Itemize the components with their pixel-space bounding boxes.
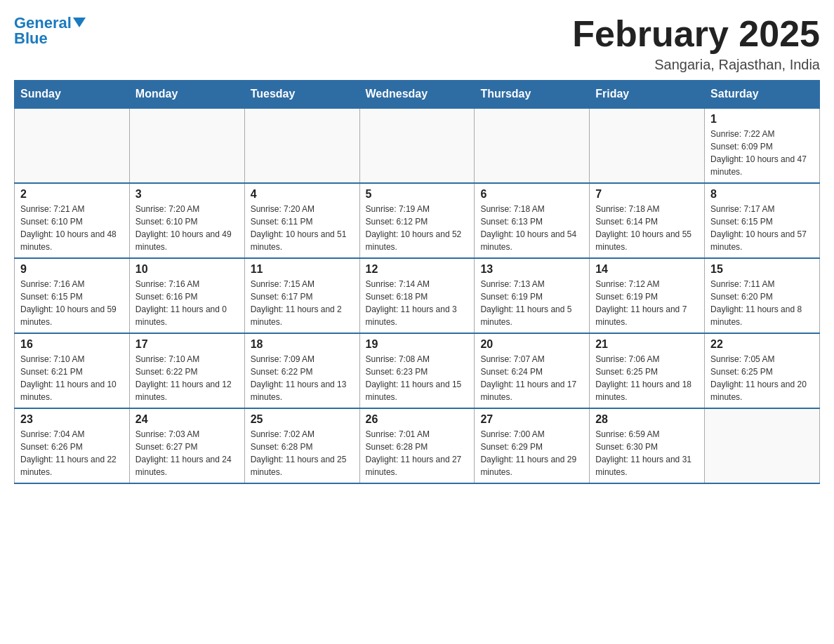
- day-info: Sunrise: 7:05 AMSunset: 6:25 PMDaylight:…: [710, 353, 814, 403]
- day-number: 24: [135, 413, 239, 426]
- location: Sangaria, Rajasthan, India: [572, 57, 820, 73]
- table-row: 15Sunrise: 7:11 AMSunset: 6:20 PMDayligh…: [705, 258, 820, 333]
- col-thursday: Thursday: [475, 81, 590, 109]
- calendar-row: 23Sunrise: 7:04 AMSunset: 6:26 PMDayligh…: [15, 408, 820, 483]
- table-row: [705, 408, 820, 483]
- table-row: 11Sunrise: 7:15 AMSunset: 6:17 PMDayligh…: [244, 258, 359, 333]
- day-number: 10: [135, 263, 239, 276]
- day-number: 13: [480, 263, 583, 276]
- day-info: Sunrise: 7:19 AMSunset: 6:12 PMDaylight:…: [366, 203, 469, 253]
- col-wednesday: Wednesday: [359, 81, 475, 109]
- table-row: 22Sunrise: 7:05 AMSunset: 6:25 PMDayligh…: [705, 333, 820, 408]
- day-info: Sunrise: 7:01 AMSunset: 6:28 PMDaylight:…: [366, 428, 469, 478]
- table-row: [15, 108, 130, 183]
- day-number: 2: [20, 188, 124, 201]
- col-monday: Monday: [129, 81, 244, 109]
- table-row: 25Sunrise: 7:02 AMSunset: 6:28 PMDayligh…: [244, 408, 359, 483]
- day-number: 28: [595, 413, 699, 426]
- day-number: 5: [366, 188, 469, 201]
- table-row: [475, 108, 590, 183]
- col-tuesday: Tuesday: [244, 81, 359, 109]
- day-number: 9: [20, 263, 124, 276]
- table-row: 8Sunrise: 7:17 AMSunset: 6:15 PMDaylight…: [705, 183, 820, 258]
- day-number: 12: [366, 263, 469, 276]
- table-row: 18Sunrise: 7:09 AMSunset: 6:22 PMDayligh…: [244, 333, 359, 408]
- table-row: 23Sunrise: 7:04 AMSunset: 6:26 PMDayligh…: [15, 408, 130, 483]
- day-number: 23: [20, 413, 124, 426]
- day-number: 20: [480, 338, 583, 351]
- day-number: 17: [135, 338, 239, 351]
- day-number: 18: [251, 338, 354, 351]
- page-header: General Blue February 2025 Sangaria, Raj…: [14, 14, 820, 73]
- day-info: Sunrise: 7:07 AMSunset: 6:24 PMDaylight:…: [480, 353, 583, 403]
- day-info: Sunrise: 7:14 AMSunset: 6:18 PMDaylight:…: [366, 278, 469, 328]
- table-row: 17Sunrise: 7:10 AMSunset: 6:22 PMDayligh…: [129, 333, 244, 408]
- calendar-row: 16Sunrise: 7:10 AMSunset: 6:21 PMDayligh…: [15, 333, 820, 408]
- table-row: 20Sunrise: 7:07 AMSunset: 6:24 PMDayligh…: [475, 333, 590, 408]
- calendar-row: 2Sunrise: 7:21 AMSunset: 6:10 PMDaylight…: [15, 183, 820, 258]
- calendar-table: Sunday Monday Tuesday Wednesday Thursday…: [14, 80, 820, 484]
- day-info: Sunrise: 7:10 AMSunset: 6:21 PMDaylight:…: [20, 353, 124, 403]
- table-row: 27Sunrise: 7:00 AMSunset: 6:29 PMDayligh…: [475, 408, 590, 483]
- day-info: Sunrise: 7:16 AMSunset: 6:15 PMDaylight:…: [20, 278, 124, 328]
- day-info: Sunrise: 7:09 AMSunset: 6:22 PMDaylight:…: [251, 353, 354, 403]
- day-info: Sunrise: 7:13 AMSunset: 6:19 PMDaylight:…: [480, 278, 583, 328]
- day-number: 26: [366, 413, 469, 426]
- table-row: [244, 108, 359, 183]
- table-row: 12Sunrise: 7:14 AMSunset: 6:18 PMDayligh…: [359, 258, 475, 333]
- day-number: 22: [710, 338, 814, 351]
- table-row: 16Sunrise: 7:10 AMSunset: 6:21 PMDayligh…: [15, 333, 130, 408]
- day-info: Sunrise: 7:08 AMSunset: 6:23 PMDaylight:…: [366, 353, 469, 403]
- col-saturday: Saturday: [705, 81, 820, 109]
- logo-triangle-icon: [73, 18, 86, 27]
- day-info: Sunrise: 7:11 AMSunset: 6:20 PMDaylight:…: [710, 278, 814, 328]
- day-info: Sunrise: 7:15 AMSunset: 6:17 PMDaylight:…: [251, 278, 354, 328]
- month-title: February 2025: [572, 14, 820, 54]
- table-row: 7Sunrise: 7:18 AMSunset: 6:14 PMDaylight…: [590, 183, 705, 258]
- day-info: Sunrise: 7:02 AMSunset: 6:28 PMDaylight:…: [251, 428, 354, 478]
- day-number: 16: [20, 338, 124, 351]
- day-info: Sunrise: 7:21 AMSunset: 6:10 PMDaylight:…: [20, 203, 124, 253]
- day-info: Sunrise: 7:18 AMSunset: 6:13 PMDaylight:…: [480, 203, 583, 253]
- day-number: 21: [595, 338, 699, 351]
- table-row: 1Sunrise: 7:22 AMSunset: 6:09 PMDaylight…: [705, 108, 820, 183]
- table-row: 28Sunrise: 6:59 AMSunset: 6:30 PMDayligh…: [590, 408, 705, 483]
- day-number: 3: [135, 188, 239, 201]
- day-info: Sunrise: 7:03 AMSunset: 6:27 PMDaylight:…: [135, 428, 239, 478]
- day-info: Sunrise: 7:22 AMSunset: 6:09 PMDaylight:…: [710, 128, 814, 178]
- day-number: 7: [595, 188, 699, 201]
- logo-blue: Blue: [14, 29, 48, 48]
- table-row: 14Sunrise: 7:12 AMSunset: 6:19 PMDayligh…: [590, 258, 705, 333]
- day-number: 11: [251, 263, 354, 276]
- logo: General Blue: [14, 14, 86, 48]
- day-info: Sunrise: 7:18 AMSunset: 6:14 PMDaylight:…: [595, 203, 699, 253]
- table-row: 13Sunrise: 7:13 AMSunset: 6:19 PMDayligh…: [475, 258, 590, 333]
- day-number: 1: [710, 113, 814, 126]
- table-row: 3Sunrise: 7:20 AMSunset: 6:10 PMDaylight…: [129, 183, 244, 258]
- day-info: Sunrise: 7:12 AMSunset: 6:19 PMDaylight:…: [595, 278, 699, 328]
- day-number: 27: [480, 413, 583, 426]
- day-number: 15: [710, 263, 814, 276]
- calendar-row: 9Sunrise: 7:16 AMSunset: 6:15 PMDaylight…: [15, 258, 820, 333]
- day-number: 14: [595, 263, 699, 276]
- table-row: 10Sunrise: 7:16 AMSunset: 6:16 PMDayligh…: [129, 258, 244, 333]
- day-info: Sunrise: 7:20 AMSunset: 6:10 PMDaylight:…: [135, 203, 239, 253]
- col-sunday: Sunday: [15, 81, 130, 109]
- day-info: Sunrise: 7:06 AMSunset: 6:25 PMDaylight:…: [595, 353, 699, 403]
- table-row: 21Sunrise: 7:06 AMSunset: 6:25 PMDayligh…: [590, 333, 705, 408]
- table-row: [129, 108, 244, 183]
- col-friday: Friday: [590, 81, 705, 109]
- table-row: 2Sunrise: 7:21 AMSunset: 6:10 PMDaylight…: [15, 183, 130, 258]
- calendar-header-row: Sunday Monday Tuesday Wednesday Thursday…: [15, 81, 820, 109]
- calendar-row: 1Sunrise: 7:22 AMSunset: 6:09 PMDaylight…: [15, 108, 820, 183]
- table-row: 5Sunrise: 7:19 AMSunset: 6:12 PMDaylight…: [359, 183, 475, 258]
- table-row: 26Sunrise: 7:01 AMSunset: 6:28 PMDayligh…: [359, 408, 475, 483]
- table-row: [590, 108, 705, 183]
- day-number: 19: [366, 338, 469, 351]
- day-number: 25: [251, 413, 354, 426]
- day-info: Sunrise: 7:10 AMSunset: 6:22 PMDaylight:…: [135, 353, 239, 403]
- table-row: 6Sunrise: 7:18 AMSunset: 6:13 PMDaylight…: [475, 183, 590, 258]
- table-row: 9Sunrise: 7:16 AMSunset: 6:15 PMDaylight…: [15, 258, 130, 333]
- day-info: Sunrise: 7:20 AMSunset: 6:11 PMDaylight:…: [251, 203, 354, 253]
- day-number: 6: [480, 188, 583, 201]
